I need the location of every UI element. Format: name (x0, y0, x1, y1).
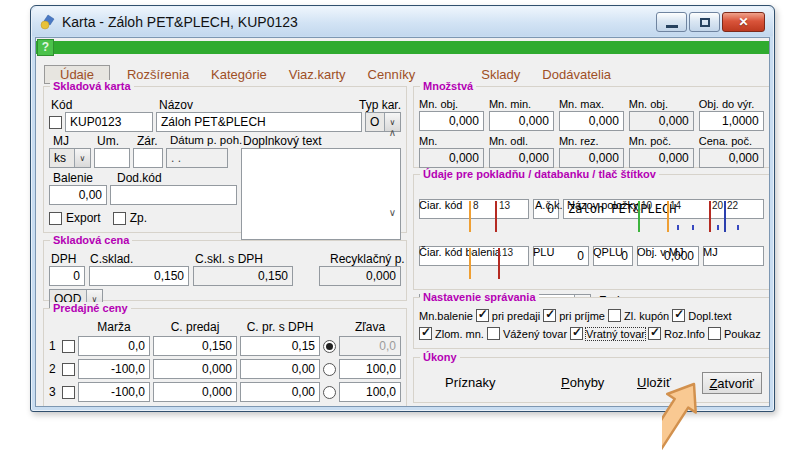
csklad-input[interactable]: 0,150 (89, 266, 189, 286)
mn-input[interactable]: 0,000 (559, 111, 624, 131)
cpredaj-input[interactable]: 0,150 (153, 336, 237, 356)
pri-prijme-checkbox[interactable] (543, 309, 556, 322)
ruler-line (469, 248, 471, 279)
price-row-number: 1 (49, 339, 59, 353)
roz-info-checkbox[interactable] (648, 327, 661, 340)
pointer-arrow-overlay (662, 378, 774, 472)
ruler-line (495, 201, 497, 232)
app-icon (40, 14, 56, 30)
titlebar[interactable]: Karta - Záloh PET&PLECH, KUP0123 ✕ (32, 7, 773, 36)
marza-input[interactable]: -100,0 (78, 382, 150, 402)
cprsdph-input[interactable]: 0,00 (240, 359, 320, 379)
vazeny-tovar-label: Vážený tovar (503, 328, 567, 340)
mn-label: Mn. odl. (489, 135, 554, 147)
marza-input[interactable]: -100,0 (78, 359, 150, 379)
zp-checkbox[interactable] (113, 212, 126, 225)
default-price-radio[interactable] (323, 386, 336, 399)
mn-input[interactable]: 0,000 (559, 148, 624, 168)
zlava-input[interactable]: 100,0 (339, 382, 401, 402)
doplnkovy-text-area[interactable] (241, 148, 401, 240)
vazeny-tovar-checkbox[interactable] (487, 327, 500, 340)
recyklacny-input[interactable]: 0,000 (319, 266, 401, 286)
kod-checkbox[interactable] (49, 116, 62, 129)
poukaz-checkbox[interactable] (708, 327, 721, 340)
dodkod-label: Dod.kód (117, 171, 162, 185)
cpredaj-input[interactable]: 0,000 (153, 359, 237, 379)
um-input[interactable] (94, 148, 130, 168)
dph-input[interactable]: 0 (49, 266, 85, 286)
mn-input[interactable]: 0,000 (699, 148, 764, 168)
priznaky-button[interactable]: Príznaky (445, 375, 496, 390)
mn-label: Cena. poč. (699, 135, 764, 147)
tab-sklady[interactable]: Sklady (476, 66, 525, 83)
tab-cenniky[interactable]: Cenníky (363, 66, 421, 83)
mn-input[interactable]: 0,000 (629, 111, 694, 131)
ruler-mark: 20 (712, 200, 723, 211)
vratny-tovar-checkbox[interactable] (570, 327, 583, 340)
ruler-tick (692, 225, 694, 230)
mj-select[interactable]: ks ∨ (49, 148, 91, 168)
minimize-icon (666, 25, 678, 28)
tab-bar: Údaje Rozšírenia Kategórie Viaz.karty Ce… (44, 63, 761, 85)
default-price-radio[interactable] (323, 363, 336, 376)
maximize-button[interactable] (689, 12, 720, 32)
pri-predaji-label: pri predaji (492, 310, 540, 322)
zlava-input[interactable]: 100,0 (339, 359, 401, 379)
ruler-line (667, 201, 669, 232)
close-icon: ✕ (738, 16, 748, 28)
typ-kar-label: Typ kar. (359, 98, 401, 112)
nazov-input[interactable]: Záloh PET&PLECH (156, 112, 362, 132)
zlom-mn-label: Zlom. mn. (435, 328, 484, 340)
group-predajne-ceny: Predajné ceny Marža C. predaj C. pr. s D… (43, 308, 407, 407)
tab-dodavatelia[interactable]: Dodávatelia (537, 66, 616, 83)
nazov-polozky-label: Názov položky (567, 199, 639, 211)
group-legend: Predajné ceny (50, 302, 131, 314)
recyklacny-label: Recyklačný p. (330, 252, 405, 266)
mn-input[interactable]: 0,000 (629, 148, 694, 168)
group-legend: Údaje pre pokladňu / databanku / tlač št… (420, 168, 659, 180)
cprsdph-input[interactable]: 0,15 (240, 336, 320, 356)
default-price-radio[interactable] (323, 340, 336, 353)
group-legend: Skladová karta (50, 80, 134, 92)
zlom-mn-checkbox[interactable] (419, 327, 432, 340)
zlava-input[interactable]: 0,0 (339, 336, 401, 356)
scroll-down-icon[interactable]: ∨ (389, 207, 396, 218)
mn-input[interactable]: 0,000 (489, 111, 554, 131)
minimize-button[interactable] (656, 12, 687, 32)
kod-input[interactable]: KUP0123 (65, 112, 153, 132)
mn-input[interactable]: 0,000 (419, 111, 484, 131)
datum-input[interactable]: . . (166, 148, 228, 168)
ruler-mark: 13 (499, 200, 510, 211)
close-button[interactable]: ✕ (722, 12, 765, 32)
balenie-input[interactable]: 0,00 (49, 185, 107, 205)
marza-input[interactable]: 0,0 (78, 336, 150, 356)
price-row-checkbox[interactable] (62, 386, 75, 399)
dopl-text-checkbox[interactable] (672, 309, 685, 322)
tab-kategorie[interactable]: Kategórie (206, 66, 272, 83)
zar-input[interactable] (133, 148, 163, 168)
cpredaj-header: C. predaj (153, 320, 237, 334)
zl-kupon-checkbox[interactable] (608, 309, 621, 322)
cprsdph-input[interactable]: 0,00 (240, 382, 320, 402)
cpredaj-input[interactable]: 0,000 (153, 382, 237, 402)
tab-viaz-karty[interactable]: Viaz.karty (284, 66, 351, 83)
group-legend: Úkony (420, 351, 460, 363)
zl-kupon-label: Zl. kupón (624, 310, 669, 322)
left-column: Skladová karta Kód Názov Typ kar. KUP012… (43, 86, 407, 399)
content-columns: Skladová karta Kód Názov Typ kar. KUP012… (43, 86, 762, 399)
doplnkovy-text-label: Doplnkový text (243, 134, 322, 148)
pohyby-button[interactable]: Pohyby (561, 375, 604, 390)
price-row-checkbox[interactable] (62, 340, 75, 353)
price-row-checkbox[interactable] (62, 363, 75, 376)
mn-input[interactable]: 0,000 (489, 148, 554, 168)
dodkod-input[interactable] (110, 185, 237, 205)
help-button[interactable]: ? (37, 39, 54, 56)
pri-predaji-checkbox[interactable] (476, 309, 489, 322)
scroll-up-icon[interactable]: ∧ (389, 127, 396, 138)
mn-input[interactable]: 1,0000 (699, 111, 764, 131)
chevron-down-icon[interactable]: ∨ (74, 149, 90, 167)
cskl-sdph-input[interactable]: 0,150 (193, 266, 293, 286)
export-checkbox[interactable] (49, 212, 62, 225)
mn-input[interactable]: 0,000 (419, 148, 484, 168)
price-row-number: 3 (49, 385, 59, 399)
